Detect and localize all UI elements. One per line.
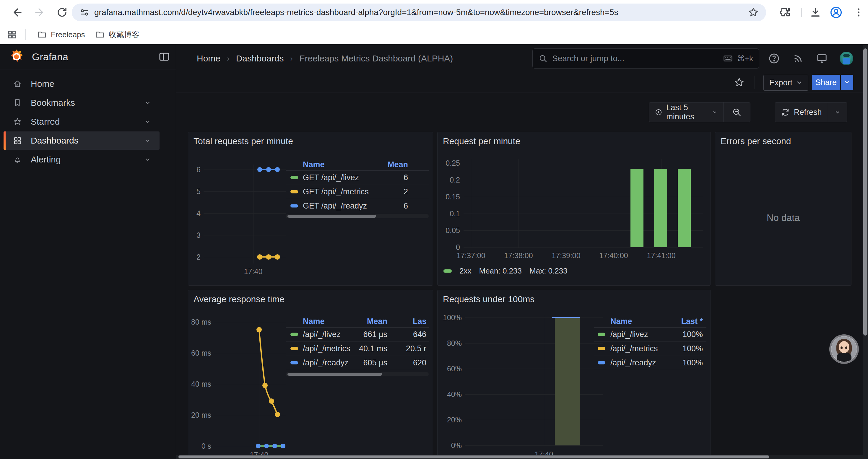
series-color-pill	[598, 347, 606, 350]
share-button[interactable]: Share	[812, 75, 840, 90]
help-icon[interactable]	[767, 52, 781, 66]
sidebar-item-dashboards[interactable]: Dashboards	[4, 131, 159, 150]
table-row[interactable]: /api/_/metrics 40.1 ms 20.5 r	[286, 341, 429, 356]
table-header: Name Last *	[594, 316, 706, 328]
news-rss-icon[interactable]	[791, 52, 805, 66]
panel-total-requests[interactable]: Total requests per minute 6 5 4 3 2 17:4…	[188, 132, 433, 286]
panel-title: Average response time	[193, 294, 284, 304]
gridline	[566, 159, 566, 248]
table-hscrollbar[interactable]	[286, 372, 429, 376]
data-point	[257, 167, 262, 172]
panel-errors-per-second[interactable]: Errors per second No data	[715, 132, 851, 286]
favorite-star-icon[interactable]	[732, 75, 746, 90]
scrollbar-thumb[interactable]	[287, 373, 382, 376]
y-tick: 80 ms	[188, 318, 211, 326]
gridline	[465, 446, 603, 446]
folder-icon	[37, 30, 47, 39]
gridline	[204, 235, 286, 235]
horizontal-scrollbar[interactable]	[176, 455, 868, 459]
bookmark-folder-freeleaps[interactable]: Freeleaps	[33, 28, 89, 41]
actions-divider	[754, 76, 755, 89]
download-icon[interactable]	[807, 4, 824, 21]
panel-avg-response-time[interactable]: Average response time 80 ms 60 ms 40 ms …	[188, 290, 433, 459]
chevron-down-icon[interactable]	[144, 137, 151, 144]
col-mean[interactable]: Mean	[388, 160, 408, 169]
area-fill-100pct	[555, 318, 580, 446]
table-row[interactable]: GET /api/_/readyz 6	[286, 199, 429, 213]
grafana-logo[interactable]	[8, 48, 25, 65]
table-row[interactable]: /api/_/readyz 605 µs 620	[286, 356, 429, 370]
data-point	[264, 444, 269, 448]
assistant-avatar[interactable]	[831, 336, 857, 362]
table-hscrollbar[interactable]	[286, 214, 429, 218]
table-row[interactable]: GET /api/_/livez 6	[286, 170, 429, 185]
series-color-pill	[290, 347, 298, 350]
col-last[interactable]: Last *	[681, 317, 703, 326]
bookmark-folder-blogs[interactable]: 收藏博客	[91, 28, 144, 41]
avatar-eye	[840, 347, 843, 349]
y-tick: 0 s	[188, 442, 211, 451]
chevron-down-icon[interactable]	[144, 99, 151, 106]
y-tick: 40 ms	[188, 380, 211, 388]
back-icon[interactable]	[8, 4, 26, 21]
chevron-down-icon	[712, 109, 717, 115]
chevron-down-icon	[835, 109, 840, 115]
series-top-line	[552, 317, 580, 318]
extensions-icon[interactable]	[776, 4, 794, 21]
sidebar-item-starred[interactable]: Starred	[4, 112, 159, 131]
chevron-down-icon[interactable]	[144, 156, 151, 163]
time-range-group: Last 5 minutes	[649, 102, 750, 122]
scrollbar-thumb[interactable]	[287, 215, 376, 218]
breadcrumb-home[interactable]: Home	[197, 54, 220, 64]
chevron-down-icon[interactable]	[144, 118, 151, 125]
zoom-out-button[interactable]	[723, 102, 750, 122]
apps-grid-icon[interactable]	[5, 28, 19, 41]
sidebar-item-alerting[interactable]: Alerting	[4, 150, 159, 169]
time-range-picker[interactable]: Last 5 minutes	[649, 102, 723, 122]
col-mean[interactable]: Mean	[366, 317, 387, 326]
x-tick: 17:39:00	[552, 251, 580, 260]
series-color-pill	[290, 190, 298, 193]
kiosk-monitor-icon[interactable]	[815, 52, 829, 66]
sidebar: Grafana Home Bookmarks Starred	[0, 44, 176, 459]
gridline	[464, 163, 703, 163]
sidebar-item-home[interactable]: Home	[4, 75, 159, 93]
share-dropdown-button[interactable]	[841, 75, 853, 90]
col-name[interactable]: Name	[303, 317, 325, 326]
user-avatar[interactable]	[840, 52, 853, 65]
sidebar-item-bookmarks[interactable]: Bookmarks	[4, 94, 159, 112]
table-row[interactable]: /api/_/livez 100%	[594, 327, 706, 342]
brand-title: Grafana	[32, 44, 68, 69]
scrollbar-thumb[interactable]	[863, 48, 867, 335]
refresh-interval-dropdown[interactable]	[828, 102, 847, 122]
search-input[interactable]: Search or jump to... ⌘+k	[532, 48, 759, 68]
table-row[interactable]: /api/_/readyz 100%	[594, 356, 706, 370]
export-button[interactable]: Export	[764, 75, 808, 91]
table-row[interactable]: GET /api/_/metrics 2	[286, 185, 429, 199]
profile-icon[interactable]	[827, 4, 845, 21]
col-last[interactable]: Las	[413, 317, 427, 326]
breadcrumb-dashboards[interactable]: Dashboards	[236, 54, 284, 64]
sidebar-toggle-icon[interactable]	[158, 51, 170, 63]
scrollbar-thumb[interactable]	[179, 455, 769, 458]
refresh-button[interactable]: Refresh	[775, 102, 828, 122]
reload-icon[interactable]	[53, 4, 71, 21]
vertical-scrollbar[interactable]	[863, 45, 868, 459]
col-name[interactable]: Name	[303, 160, 325, 169]
data-point	[272, 444, 277, 448]
panel-title: Total requests per minute	[193, 136, 293, 146]
table-row[interactable]: /api/_/livez 661 µs 646	[286, 327, 429, 342]
panel-requests-under-100ms[interactable]: Requests under 100ms 100% 80% 60% 40% 20…	[437, 290, 711, 459]
legend-series[interactable]: 2xx	[459, 266, 471, 275]
table-row[interactable]: /api/_/metrics 100%	[594, 341, 706, 356]
bookmark-folder-label: 收藏博客	[109, 30, 140, 40]
series-color-pill	[598, 361, 606, 364]
menu-kebab-icon[interactable]	[850, 4, 867, 21]
col-name[interactable]: Name	[610, 317, 632, 326]
bookmark-star-icon[interactable]	[748, 7, 759, 18]
url-bar[interactable]: grafana.mathmast.com/d/deytv4rwavabkb/fr…	[72, 4, 766, 21]
series-line-livez	[258, 446, 283, 447]
panel-request-per-minute[interactable]: Request per minute 0.25 0.2 0.15 0.1 0.0…	[437, 132, 711, 286]
forward-icon[interactable]	[31, 4, 49, 21]
gridline	[465, 318, 603, 318]
